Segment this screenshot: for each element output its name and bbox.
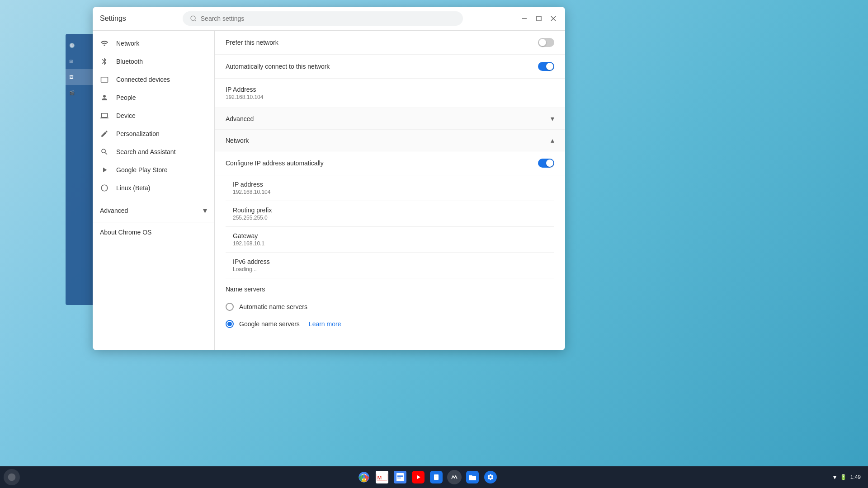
google-name-servers-row[interactable]: Google name servers Learn more (226, 315, 554, 333)
nav-item-about[interactable]: About Chrome OS (93, 224, 214, 240)
prefer-network-label: Prefer this network (226, 39, 278, 46)
search-nav-icon (100, 147, 109, 156)
svg-marker-16 (417, 475, 420, 479)
routing-prefix-item: Routing prefix 255.255.255.0 (226, 201, 554, 227)
gateway-label: Gateway (233, 232, 554, 239)
minimize-button[interactable] (520, 14, 529, 23)
prefer-network-row: Prefer this network (215, 31, 565, 55)
nav-item-personalization[interactable]: Personalization (93, 125, 214, 143)
advanced-header-label: Advanced (226, 115, 254, 122)
network-header-label: Network (226, 137, 249, 144)
advanced-section-header[interactable]: Advanced ▾ (215, 108, 565, 130)
configure-ip-knob (546, 160, 553, 167)
nav-connected-label: Connected devices (116, 76, 170, 83)
google-name-servers-radio[interactable] (226, 320, 234, 328)
settings-window: Settings (93, 7, 565, 350)
svg-rect-3 (537, 16, 541, 21)
taskbar-files[interactable] (464, 469, 481, 485)
nav-item-advanced[interactable]: Advanced ▾ (93, 201, 214, 220)
svg-rect-18 (435, 476, 438, 476)
taskbar-docs[interactable] (392, 469, 408, 485)
svg-rect-13 (397, 475, 403, 476)
ip-addr-label: IP address (233, 181, 554, 188)
gateway-item: Gateway 192.168.10.1 (226, 227, 554, 253)
search-bar[interactable] (183, 11, 463, 26)
nav-google-play-label: Google Play Store (116, 166, 168, 174)
learn-more-link[interactable]: Learn more (309, 320, 341, 328)
auto-name-servers-radio[interactable] (226, 303, 234, 311)
auto-name-servers-row[interactable]: Automatic name servers (226, 298, 554, 315)
nav-item-people[interactable]: People (93, 89, 214, 107)
taskbar: M (0, 466, 868, 488)
terminal-icon (100, 183, 109, 192)
ip-addr-item: IP address 192.168.10.104 (226, 175, 554, 201)
bluetooth-icon (100, 57, 109, 66)
advanced-chevron-icon: ▾ (551, 114, 554, 123)
google-name-servers-label: Google name servers (239, 320, 300, 328)
svg-text:M: M (377, 474, 382, 480)
routing-prefix-label: Routing prefix (233, 206, 554, 214)
nav-item-google-play[interactable]: Google Play Store (93, 161, 214, 179)
auto-connect-knob (546, 63, 553, 70)
nav-divider (93, 199, 214, 199)
ip-address-row: IP Address 192.168.10.104 (215, 79, 565, 108)
name-servers-label: Name servers (226, 286, 554, 293)
tablet-icon (100, 75, 109, 84)
taskbar-keep[interactable] (428, 469, 444, 485)
search-icon (190, 15, 197, 22)
configure-ip-row: Configure IP address automatically (215, 151, 565, 175)
maximize-button[interactable] (534, 14, 543, 23)
nav-item-search[interactable]: Search and Assistant (93, 143, 214, 161)
svg-rect-15 (397, 478, 401, 479)
search-input[interactable] (201, 15, 456, 22)
wifi-status-icon: ▾ (833, 474, 836, 481)
ip-address-value: 192.168.10.104 (226, 94, 263, 100)
taskbar-chrome[interactable] (356, 469, 372, 485)
nav-network-label: Network (116, 40, 139, 47)
nav-about-label: About Chrome OS (100, 229, 151, 236)
network-chevron-icon: ▴ (551, 136, 554, 145)
auto-connect-toggle[interactable] (538, 62, 554, 71)
nav-item-linux[interactable]: Linux (Beta) (93, 179, 214, 197)
gateway-val: 192.168.10.1 (233, 240, 554, 247)
taskbar-gmail[interactable]: M (374, 469, 390, 485)
nav-linux-label: Linux (Beta) (116, 184, 150, 192)
battery-icon: 🔋 (840, 474, 847, 480)
prefer-network-toggle[interactable] (538, 38, 554, 47)
prefer-network-knob (539, 39, 546, 46)
network-section-header[interactable]: Network ▴ (215, 130, 565, 151)
nav-device-label: Device (116, 112, 136, 119)
nav-search-label: Search and Assistant (116, 148, 176, 155)
desktop: 🕐 ⊞ 🖼 🎬 Settings (0, 0, 868, 488)
svg-point-6 (8, 474, 16, 481)
nav-divider-2 (93, 222, 214, 222)
taskbar-aw[interactable] (446, 469, 462, 485)
taskbar-youtube[interactable] (410, 469, 426, 485)
taskbar-settings[interactable] (482, 469, 499, 485)
nav-personalization-label: Personalization (116, 130, 160, 137)
nav-item-bluetooth[interactable]: Bluetooth (93, 52, 214, 70)
window-controls (520, 14, 558, 23)
settings-nav: Network Bluetooth Connected devices (93, 31, 215, 350)
settings-title-bar: Settings (93, 7, 565, 31)
name-servers-section: Name servers Automatic name servers Goog… (215, 278, 565, 340)
configure-ip-label: Configure IP address automatically (226, 160, 324, 167)
nav-item-connected-devices[interactable]: Connected devices (93, 70, 214, 89)
configure-ip-toggle[interactable] (538, 159, 554, 168)
nav-item-device[interactable]: Device (93, 107, 214, 125)
ip-addr-val: 192.168.10.104 (233, 189, 554, 195)
settings-title: Settings (100, 14, 126, 23)
nav-item-network[interactable]: Network (93, 34, 214, 52)
taskbar-time: 1:49 (850, 474, 861, 480)
svg-rect-12 (396, 473, 404, 481)
nav-bluetooth-label: Bluetooth (116, 58, 143, 65)
launcher-button[interactable] (4, 469, 20, 485)
settings-content: Prefer this network Automatically connec… (215, 31, 565, 350)
wifi-icon (100, 39, 109, 48)
radio-selected-dot (227, 322, 232, 326)
nav-advanced-label: Advanced (100, 207, 128, 214)
close-button[interactable] (549, 14, 558, 23)
auto-connect-label: Automatically connect to this network (226, 63, 330, 70)
ipv6-label: IPv6 address (233, 258, 554, 265)
routing-prefix-val: 255.255.255.0 (233, 215, 554, 221)
